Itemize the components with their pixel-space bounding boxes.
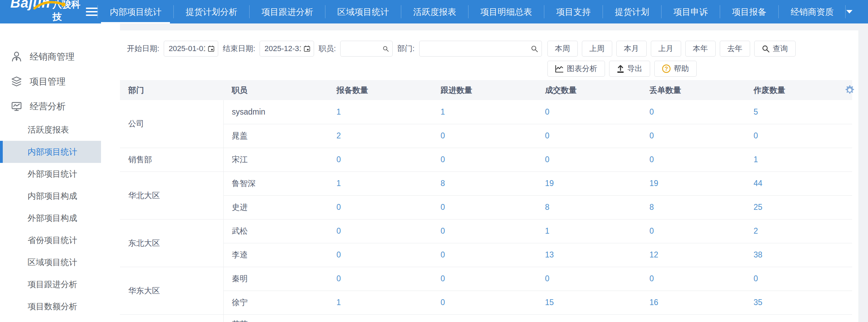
layers-icon bbox=[11, 76, 22, 87]
count-link[interactable]: 0 bbox=[336, 274, 341, 283]
sidebar-item-project-management[interactable]: 项目管理 bbox=[0, 69, 120, 94]
tab-region-project-stats[interactable]: 区域项目统计 bbox=[325, 0, 401, 23]
tab-project-report[interactable]: 项目报备 bbox=[720, 0, 778, 23]
export-button[interactable]: 导出 bbox=[609, 61, 650, 77]
sidebar-item-business-analysis[interactable]: 经营分析 bbox=[0, 94, 120, 119]
count-link[interactable]: 1 bbox=[754, 155, 758, 164]
count-link[interactable]: 0 bbox=[754, 131, 758, 140]
end-date-label: 结束日期: bbox=[223, 43, 255, 54]
count-link[interactable]: 0 bbox=[441, 131, 445, 140]
search-button[interactable]: 查询 bbox=[754, 41, 796, 57]
hamburger-menu-icon[interactable] bbox=[86, 0, 98, 23]
sidebar-item-project-follow-analysis[interactable]: 项目跟进分析 bbox=[0, 273, 120, 295]
tab-project-detail-table[interactable]: 项目明细总表 bbox=[468, 0, 544, 23]
count-link[interactable]: 0 bbox=[545, 131, 549, 140]
count-link[interactable]: 44 bbox=[754, 179, 763, 188]
count-link[interactable]: 0 bbox=[545, 274, 549, 283]
tab-pickup-plan[interactable]: 提货计划 bbox=[603, 0, 661, 23]
count-link[interactable]: 1 bbox=[336, 179, 341, 188]
count-link[interactable]: 19 bbox=[545, 179, 554, 188]
sidebar-item-pickup-plan-analysis[interactable]: 提货计划分析 bbox=[0, 318, 120, 322]
count-link[interactable]: 0 bbox=[754, 274, 758, 283]
count-link[interactable]: 15 bbox=[545, 298, 554, 307]
search-icon[interactable] bbox=[383, 45, 389, 53]
this-year-button[interactable]: 本年 bbox=[685, 41, 716, 57]
sidebar-item-dealer-management[interactable]: 经销商管理 bbox=[0, 44, 120, 69]
last-year-button[interactable]: 去年 bbox=[720, 41, 750, 57]
count-link[interactable]: 2 bbox=[336, 131, 341, 140]
sidebar-item-external-project-stats[interactable]: 外部项目统计 bbox=[0, 163, 120, 185]
count-link[interactable]: 1 bbox=[545, 226, 549, 235]
count-link[interactable]: 25 bbox=[754, 203, 763, 212]
count-link[interactable]: 1 bbox=[441, 107, 445, 116]
sidebar-item-internal-project-composition[interactable]: 内部项目构成 bbox=[0, 185, 120, 207]
count-link[interactable]: 5 bbox=[754, 107, 758, 116]
col-department: 部门 bbox=[120, 80, 223, 100]
count-link[interactable]: 0 bbox=[336, 155, 341, 164]
sidebar-item-project-amount-analysis[interactable]: 项目数额分析 bbox=[0, 295, 120, 318]
count-link[interactable]: 0 bbox=[336, 250, 341, 259]
calendar-icon[interactable] bbox=[304, 45, 310, 53]
chart-line-icon bbox=[555, 65, 564, 73]
calendar-icon[interactable] bbox=[208, 45, 214, 53]
count-link[interactable]: 13 bbox=[545, 250, 554, 259]
count-link[interactable]: 1 bbox=[336, 107, 341, 116]
department-search-input[interactable] bbox=[419, 41, 542, 57]
tab-project-appeal[interactable]: 项目申诉 bbox=[661, 0, 720, 23]
count-link[interactable]: 0 bbox=[441, 274, 445, 283]
sidebar-item-province-project-stats[interactable]: 省份项目统计 bbox=[0, 229, 120, 251]
sidebar-item-internal-project-stats[interactable]: 内部项目统计 bbox=[0, 141, 101, 163]
start-date-input[interactable] bbox=[164, 41, 218, 57]
this-month-button[interactable]: 本月 bbox=[616, 41, 647, 57]
staff-cell: 鲁智深 bbox=[223, 172, 328, 195]
sidebar-item-region-project-stats[interactable]: 区域项目统计 bbox=[0, 251, 120, 273]
staff-search-input[interactable] bbox=[340, 41, 393, 57]
staff-cell: 宋江 bbox=[223, 148, 328, 172]
count-link[interactable]: 0 bbox=[545, 107, 549, 116]
last-week-button[interactable]: 上周 bbox=[582, 41, 612, 57]
table-row: 史进 0 0 8 8 25 bbox=[120, 195, 852, 219]
count-link[interactable]: 2 bbox=[754, 226, 758, 235]
tab-activity-report[interactable]: 活跃度报表 bbox=[401, 0, 468, 23]
tab-project-support[interactable]: 项目支持 bbox=[544, 0, 603, 23]
help-button[interactable]: ? 帮助 bbox=[654, 61, 697, 77]
count-link[interactable]: 16 bbox=[649, 298, 658, 307]
last-month-button[interactable]: 上月 bbox=[651, 41, 681, 57]
stats-table: 部门 职员 报备数量 跟进数量 成交数量 丢单数量 作废数量 公 bbox=[120, 80, 858, 322]
count-link[interactable]: 8 bbox=[649, 203, 654, 212]
count-link[interactable]: 38 bbox=[754, 250, 763, 259]
count-link[interactable]: 0 bbox=[441, 298, 445, 307]
staff-cell: sysadmin bbox=[223, 100, 328, 124]
count-link[interactable]: 0 bbox=[336, 203, 341, 212]
count-link[interactable]: 0 bbox=[649, 107, 654, 116]
count-link[interactable]: 12 bbox=[649, 250, 658, 259]
staff-cell: 李逵 bbox=[223, 243, 328, 267]
tab-pickup-plan-analysis[interactable]: 提货计划分析 bbox=[173, 0, 249, 23]
count-link[interactable]: 35 bbox=[754, 298, 763, 307]
sidebar-item-external-project-composition[interactable]: 外部项目构成 bbox=[0, 207, 120, 229]
table-settings-gear-icon[interactable] bbox=[845, 85, 855, 97]
count-link[interactable]: 0 bbox=[649, 226, 654, 235]
sidebar-item-activity-report[interactable]: 活跃度报表 bbox=[0, 119, 120, 141]
count-link[interactable]: 0 bbox=[441, 155, 445, 164]
tab-dealer-qualification[interactable]: 经销商资质 bbox=[778, 0, 846, 23]
this-week-button[interactable]: 本周 bbox=[547, 41, 578, 57]
count-link[interactable]: 0 bbox=[441, 203, 445, 212]
chart-analysis-button[interactable]: 图表分析 bbox=[547, 61, 605, 77]
count-link[interactable]: 0 bbox=[441, 250, 445, 259]
tab-internal-project-stats[interactable]: 内部项目统计 bbox=[98, 0, 173, 23]
count-link[interactable]: 0 bbox=[649, 131, 654, 140]
count-link[interactable]: 0 bbox=[649, 155, 654, 164]
count-link[interactable]: 0 bbox=[336, 226, 341, 235]
search-icon[interactable] bbox=[531, 45, 538, 53]
count-link[interactable]: 1 bbox=[336, 298, 341, 307]
count-link[interactable]: 8 bbox=[441, 179, 445, 188]
tabs-dropdown-caret-icon[interactable] bbox=[846, 9, 853, 14]
end-date-input[interactable] bbox=[260, 41, 314, 57]
count-link[interactable]: 0 bbox=[649, 274, 654, 283]
count-link[interactable]: 8 bbox=[545, 203, 549, 212]
count-link[interactable]: 19 bbox=[649, 179, 658, 188]
count-link[interactable]: 0 bbox=[441, 226, 445, 235]
tab-project-follow-analysis[interactable]: 项目跟进分析 bbox=[249, 0, 325, 23]
count-link[interactable]: 0 bbox=[545, 155, 549, 164]
